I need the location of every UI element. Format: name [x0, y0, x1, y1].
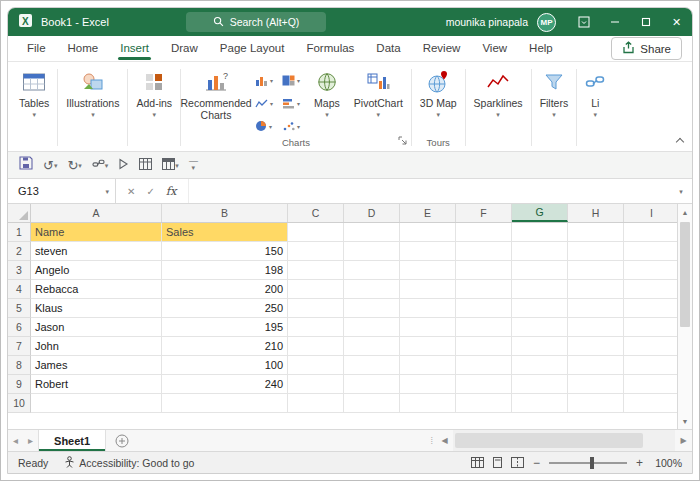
cell-F8[interactable]: [456, 356, 512, 375]
cell-B8[interactable]: 100: [162, 356, 288, 375]
cell-I5[interactable]: [624, 299, 677, 318]
table-style-button[interactable]: ▾: [162, 156, 179, 174]
insert-column-chart-button[interactable]: ▾: [253, 71, 275, 91]
cell-B6[interactable]: 195: [162, 318, 288, 337]
column-header-E[interactable]: E: [400, 204, 456, 222]
cell-D3[interactable]: [344, 261, 400, 280]
cell-G5[interactable]: [512, 299, 568, 318]
view-normal-icon[interactable]: [471, 457, 484, 468]
avatar[interactable]: MP: [537, 13, 556, 32]
pivotchart-button[interactable]: PivotChart ▾: [347, 64, 410, 118]
cell-A8[interactable]: James: [31, 356, 162, 375]
cell-G10[interactable]: [512, 394, 568, 413]
tables-button[interactable]: Tables ▾: [12, 64, 56, 118]
cell-C3[interactable]: [288, 261, 344, 280]
cell-C7[interactable]: [288, 337, 344, 356]
formula-input[interactable]: [189, 179, 670, 203]
cell-I2[interactable]: [624, 242, 677, 261]
new-sheet-button[interactable]: [115, 434, 129, 448]
cell-E9[interactable]: [400, 375, 456, 394]
cell-E6[interactable]: [400, 318, 456, 337]
illustrations-button[interactable]: Illustrations ▾: [59, 64, 126, 118]
cell-H6[interactable]: [568, 318, 624, 337]
undo-button[interactable]: ↺▾: [43, 159, 57, 172]
insert-scatter-chart-button[interactable]: ▾: [280, 117, 302, 137]
horizontal-scrollbar[interactable]: ⁞ ◀ ▶: [427, 430, 692, 451]
cell-G3[interactable]: [512, 261, 568, 280]
cell-C5[interactable]: [288, 299, 344, 318]
insert-table-button[interactable]: [139, 156, 152, 174]
tab-insert[interactable]: Insert: [109, 37, 160, 60]
cell-B9[interactable]: 240: [162, 375, 288, 394]
cell-D5[interactable]: [344, 299, 400, 318]
tab-formulas[interactable]: Formulas: [295, 37, 365, 60]
cell-B7[interactable]: 210: [162, 337, 288, 356]
flag-button[interactable]: [118, 156, 129, 174]
cell-C8[interactable]: [288, 356, 344, 375]
cell-F6[interactable]: [456, 318, 512, 337]
cell-D9[interactable]: [344, 375, 400, 394]
row-header-7[interactable]: 7: [8, 337, 31, 356]
recommended-charts-button[interactable]: ? Recommended Charts: [182, 64, 250, 121]
accessibility-status[interactable]: Accessibility: Good to go: [64, 456, 194, 470]
redo-button[interactable]: ↻▾: [67, 159, 81, 172]
minimize-button[interactable]: [599, 8, 630, 36]
maps-button[interactable]: Maps ▾: [307, 64, 347, 118]
column-header-C[interactable]: C: [288, 204, 344, 222]
cell-H9[interactable]: [568, 375, 624, 394]
cell-E2[interactable]: [400, 242, 456, 261]
tab-page-layout[interactable]: Page Layout: [209, 37, 296, 60]
ribbon-display-options-icon[interactable]: [568, 8, 599, 36]
cell-F7[interactable]: [456, 337, 512, 356]
cell-E8[interactable]: [400, 356, 456, 375]
cell-A10[interactable]: [31, 394, 162, 413]
cell-H5[interactable]: [568, 299, 624, 318]
scroll-right-icon[interactable]: ▶: [675, 436, 692, 445]
maximize-button[interactable]: [630, 8, 661, 36]
cell-A7[interactable]: John: [31, 337, 162, 356]
column-header-B[interactable]: B: [162, 204, 288, 222]
cell-H7[interactable]: [568, 337, 624, 356]
cell-D1[interactable]: [344, 223, 400, 242]
cell-H8[interactable]: [568, 356, 624, 375]
cell-D8[interactable]: [344, 356, 400, 375]
cell-F3[interactable]: [456, 261, 512, 280]
cell-B4[interactable]: 200: [162, 280, 288, 299]
column-header-G[interactable]: G: [512, 204, 568, 222]
horizontal-scroll-thumb[interactable]: [455, 433, 643, 448]
cell-B10[interactable]: [162, 394, 288, 413]
row-header-6[interactable]: 6: [8, 318, 31, 337]
tab-help[interactable]: Help: [518, 37, 564, 60]
cell-I1[interactable]: [624, 223, 677, 242]
cell-G4[interactable]: [512, 280, 568, 299]
insert-hierarchy-chart-button[interactable]: ▾: [280, 71, 302, 91]
cell-D10[interactable]: [344, 394, 400, 413]
cell-F4[interactable]: [456, 280, 512, 299]
save-button[interactable]: [19, 156, 33, 174]
name-box[interactable]: G13 ▾: [8, 179, 116, 203]
cell-I3[interactable]: [624, 261, 677, 280]
cell-I7[interactable]: [624, 337, 677, 356]
filters-button[interactable]: Filters ▾: [533, 64, 576, 118]
tab-review[interactable]: Review: [412, 37, 472, 60]
share-button[interactable]: Share: [611, 37, 682, 60]
hyperlink-button[interactable]: ▾: [92, 156, 109, 174]
cell-C6[interactable]: [288, 318, 344, 337]
cell-E1[interactable]: [400, 223, 456, 242]
row-header-3[interactable]: 3: [8, 261, 31, 280]
cell-G6[interactable]: [512, 318, 568, 337]
horizontal-scroll-track[interactable]: [453, 430, 675, 451]
tab-home[interactable]: Home: [57, 37, 110, 60]
cell-G2[interactable]: [512, 242, 568, 261]
cell-D7[interactable]: [344, 337, 400, 356]
insert-bar-chart-button[interactable]: ▾: [280, 94, 302, 114]
insert-pie-chart-button[interactable]: ▾: [253, 117, 275, 137]
cell-H1[interactable]: [568, 223, 624, 242]
enter-icon[interactable]: ✓: [146, 186, 154, 197]
column-header-F[interactable]: F: [456, 204, 512, 222]
column-header-D[interactable]: D: [344, 204, 400, 222]
zoom-slider[interactable]: [549, 462, 627, 464]
cell-C10[interactable]: [288, 394, 344, 413]
cell-A3[interactable]: Angelo: [31, 261, 162, 280]
cell-B5[interactable]: 250: [162, 299, 288, 318]
